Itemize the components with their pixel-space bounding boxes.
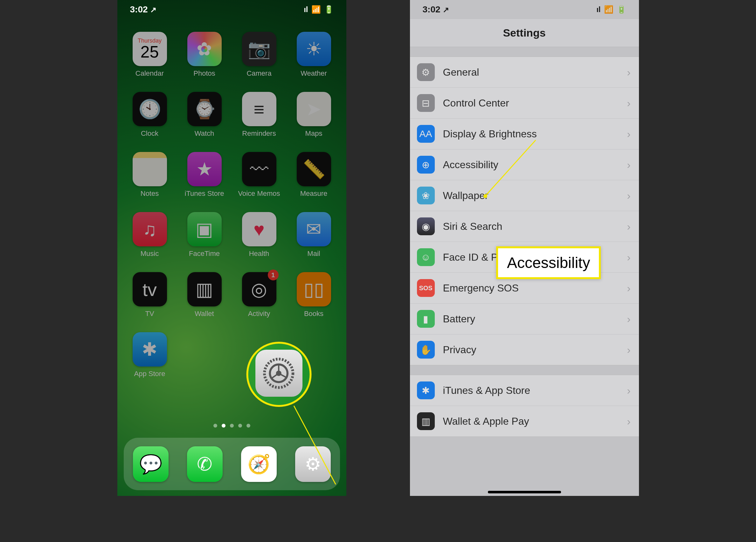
tv-app[interactable]: tvTV [126,272,174,318]
page-dot[interactable] [230,424,234,427]
watch-app[interactable]: ⌚Watch [181,92,228,138]
measure-app[interactable]: 📏Measure [290,152,338,198]
app-label: Notes [141,190,159,198]
voice-memos-app[interactable]: 〰Voice Memos [235,152,283,198]
wifi-icon: 📶 [604,5,614,14]
chevron-right-icon: › [627,282,630,294]
music-app-icon: ♫ [133,212,167,247]
settings-siri[interactable]: ◉ Siri & Search › [410,211,639,242]
app-label: Clock [141,129,158,138]
location-icon: ↗ [150,5,156,14]
voice-memos-app-icon: 〰 [242,152,276,186]
safari-app[interactable]: 🧭 [241,446,277,482]
row-label: Display & Brightness [443,128,627,140]
settings-general[interactable]: ⚙ General › [410,57,639,88]
settings-app-highlighted[interactable] [255,350,302,397]
row-label: Control Center [443,97,627,109]
facetime-app[interactable]: ▣FaceTime [181,212,228,258]
home-indicator[interactable] [488,491,561,493]
app-label: TV [145,309,154,318]
settings-wallpaper-icon: ❀ [417,187,435,205]
wallet-app-icon: ▥ [187,272,222,306]
settings-battery[interactable]: ▮ Battery › [410,303,639,334]
row-label: General [443,66,627,78]
wifi-icon: 📶 [311,5,321,14]
books-app[interactable]: ▯▯Books [290,272,338,318]
settings-itunes-appstore[interactable]: ✱ iTunes & App Store › [410,375,639,406]
status-time: 3:02 [130,4,148,14]
app-store-app[interactable]: ✱App Store [126,332,174,378]
chevron-right-icon: › [627,220,630,233]
photos-app[interactable]: ✿Photos [181,32,228,78]
itunes-store-app[interactable]: ★iTunes Store [181,152,228,198]
mail-app[interactable]: ✉Mail [290,212,338,258]
app-store-app-icon: ✱ [133,332,167,366]
page-dot[interactable] [246,424,250,427]
settings-wallpaper[interactable]: ❀ Wallpaper › [410,180,639,211]
callout-text: Accessibility [507,254,590,271]
settings-control-center[interactable]: ⊟ Control Center › [410,88,639,119]
page-dot[interactable] [222,424,225,427]
settings-accessibility[interactable]: ⊕ Accessibility › [410,149,639,180]
reminders-app-icon: ≡ [242,92,276,126]
chevron-right-icon: › [627,190,630,202]
signal-icon: ıl [596,5,600,14]
health-app[interactable]: ♥Health [235,212,283,258]
app-label: Music [141,250,159,258]
settings-accessibility-icon: ⊕ [417,156,435,174]
battery-icon: 🔋 [617,5,626,14]
calendar-app[interactable]: Thursday25Calendar [126,32,174,78]
clock-app[interactable]: 🕙Clock [126,92,174,138]
page-dot[interactable] [213,424,217,427]
settings-faceid-icon: ☺ [417,248,435,266]
reminders-app[interactable]: ≡Reminders [235,92,283,138]
settings-app[interactable]: ⚙ [295,446,331,482]
notes-app[interactable]: Notes [126,152,174,198]
wallet-app[interactable]: ▥Wallet [181,272,228,318]
page-dot[interactable] [238,424,242,427]
music-app[interactable]: ♫Music [126,212,174,258]
signal-icon: ıl [304,5,308,14]
page-indicator[interactable] [117,424,346,427]
messages-app[interactable]: 💬 [133,446,169,482]
settings-control-center-icon: ⊟ [417,94,435,112]
callout-endpoint [483,194,487,198]
app-label: Weather [301,69,327,78]
chevron-right-icon: › [627,97,630,109]
settings-privacy[interactable]: ✋ Privacy › [410,334,639,365]
chevron-right-icon: › [627,66,630,79]
measure-app-icon: 📏 [297,152,331,186]
location-icon: ↗ [443,5,449,14]
app-label: Voice Memos [238,190,280,198]
dock: 💬✆🧭⚙ [124,438,340,490]
app-label: Health [249,250,269,258]
row-label: Wallet & Apple Pay [443,415,627,427]
app-label: Calendar [135,69,164,78]
settings-group: ⚙ General › ⊟ Control Center › AA Displa… [410,57,639,365]
status-time: 3:02 [423,4,440,14]
camera-app[interactable]: 📷Camera [235,32,283,78]
camera-app-icon: 📷 [242,32,276,66]
app-label: Camera [246,69,271,78]
clock-app-icon: 🕙 [133,92,167,126]
chevron-right-icon: › [627,128,630,140]
settings-privacy-icon: ✋ [417,341,435,358]
row-label: Siri & Search [443,221,627,233]
maps-app[interactable]: ➤Maps [290,92,338,138]
row-label: Battery [443,313,627,325]
app-label: Books [304,309,323,318]
app-label: Reminders [242,129,276,138]
settings-display-icon: AA [417,125,435,143]
settings-display[interactable]: AA Display & Brightness › [410,119,639,149]
weather-app[interactable]: ☀Weather [290,32,338,78]
facetime-app-icon: ▣ [187,212,222,247]
app-label: Maps [305,129,323,138]
phone-app[interactable]: ✆ [187,446,223,482]
settings-wallet-pay[interactable]: ▥ Wallet & Apple Pay › [410,406,639,436]
app-label: Wallet [195,309,214,318]
mail-app-icon: ✉ [297,212,331,247]
activity-app[interactable]: ◎1Activity [235,272,283,318]
photos-app-icon: ✿ [187,32,222,66]
status-bar: 3:02 ↗ ıl 📶 🔋 [117,0,346,19]
app-label: Photos [193,69,215,78]
